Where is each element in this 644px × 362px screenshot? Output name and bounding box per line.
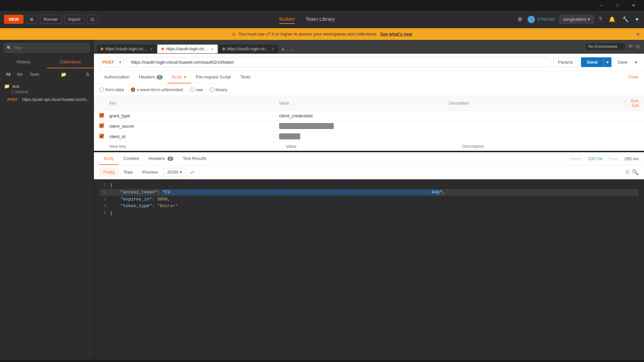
search-input[interactable] [4, 43, 90, 53]
params-button[interactable]: Params [553, 57, 578, 67]
send-save-group: Send ▾ [581, 57, 612, 67]
method-badge: POST [7, 98, 19, 102]
sidebar-filter: All Me Team 📁 ⇅ [0, 69, 94, 80]
builder-tab[interactable]: Builder [279, 15, 295, 24]
settings-icon[interactable]: ⚙ [516, 15, 524, 24]
tab-dot-0 [101, 48, 103, 50]
response-tab-test-results[interactable]: Test Results [178, 153, 211, 165]
layout-icon[interactable]: ⊞ [26, 15, 37, 24]
save-dropdown-button[interactable]: ▾ [634, 57, 639, 67]
collection-sub: 1 request [11, 89, 90, 94]
more-tabs-button[interactable]: ··· [287, 47, 296, 53]
add-tab-button[interactable]: + [279, 46, 287, 53]
row-2-checkbox[interactable] [99, 134, 104, 138]
environment-select[interactable]: No Environment [585, 43, 626, 51]
eye-icon[interactable]: 👁 [628, 44, 633, 50]
tab-authorization[interactable]: Authorization [99, 71, 134, 83]
save-button[interactable]: Save [614, 57, 631, 67]
close-button[interactable]: ✕ [626, 0, 641, 11]
collection-header[interactable]: 📁 test [4, 83, 90, 89]
tab-pre-request[interactable]: Pre-request Script [191, 71, 236, 83]
code-link[interactable]: Code [628, 71, 639, 83]
toolbar-right: ⚙ SYNCING sanghatibm ▾ ? 🔔 🔧 ♥ [516, 15, 640, 24]
binary-option[interactable]: binary [210, 87, 227, 92]
heart-icon[interactable]: ♥ [634, 15, 640, 24]
add-collection-button[interactable]: 📁 [61, 72, 66, 77]
method-dropdown-button[interactable]: ▾ [117, 57, 123, 67]
tab-body[interactable]: Body ● [167, 71, 191, 83]
request-tab-0[interactable]: https://oauth-login.clc... ✕ [97, 45, 157, 53]
send-button[interactable]: Send [581, 57, 604, 67]
urlencoded-option[interactable]: x-www-form-urlencoded [131, 87, 183, 92]
tab-headers[interactable]: Headers3 [134, 71, 167, 83]
time-value: 295 ms [624, 156, 639, 161]
code-line-1: 1 { [99, 182, 639, 189]
headers-badge: 3 [157, 75, 163, 79]
url-input[interactable] [126, 57, 550, 67]
tab-dot-1 [161, 48, 164, 50]
new-desc-input[interactable] [462, 144, 519, 149]
new-button[interactable]: NEW [4, 15, 23, 24]
row-1-value [279, 123, 449, 129]
filter-team-button[interactable]: Team [28, 71, 41, 77]
send-dropdown-button[interactable]: ▾ [603, 57, 611, 67]
banner-link[interactable]: See what's new [380, 32, 412, 37]
fmt-tab-raw[interactable]: Raw [120, 168, 137, 176]
banner-close-button[interactable]: ✕ [636, 31, 640, 37]
import-button[interactable]: Import [64, 15, 84, 24]
table-row: client_secret [94, 121, 644, 131]
filter-me-button[interactable]: Me [15, 71, 25, 77]
sync-label: SYNCING [537, 17, 555, 22]
bulk-edit-button[interactable]: Bulk Edit [631, 99, 639, 108]
raw-option[interactable]: raw [190, 87, 203, 92]
wrap-icon[interactable]: ⇌ [190, 169, 194, 175]
new-key-input[interactable] [109, 144, 166, 149]
team-library-tab[interactable]: Team Library [306, 15, 335, 24]
format-dropdown-icon: ▾ [180, 170, 182, 175]
sidebar: 🔍 History Collections All Me Team 📁 ⇅ 📁 … [0, 40, 94, 360]
tab-close-2[interactable]: ✕ [272, 47, 274, 51]
more-actions-icon[interactable]: ··· [624, 99, 627, 103]
fmt-tab-preview[interactable]: Preview [138, 168, 162, 176]
window-controls: ─ □ ✕ [594, 0, 641, 11]
form-data-option[interactable]: form-data [99, 87, 124, 92]
new-value-input[interactable] [286, 144, 342, 149]
tab-close-0[interactable]: ✕ [150, 47, 153, 51]
list-item[interactable]: POST https://push-api.cloud.huawei.com/v… [0, 96, 94, 104]
response-tab-cookies[interactable]: Cookies [119, 153, 144, 165]
request-url: https://push-api.cloud.huawei.com/v... [22, 97, 89, 102]
notification-icon[interactable]: 🔔 [607, 15, 617, 24]
copy-response-button[interactable]: ⎘ [626, 169, 629, 175]
new-window-button[interactable]: ⊡ [87, 15, 98, 24]
fmt-tab-pretty[interactable]: Pretty [99, 168, 119, 176]
help-icon[interactable]: ? [598, 15, 603, 24]
tabs-bar: https://oauth-login.clc... ✕ https://oau… [94, 40, 581, 53]
tab-tests[interactable]: Tests [235, 71, 255, 83]
tab-dot-2 [222, 48, 225, 50]
settings-env-icon[interactable]: ⚙ [635, 44, 640, 50]
row-1-checkbox[interactable] [99, 123, 104, 128]
request-tab-2[interactable]: https://oauth-login.clc... ✕ [218, 45, 278, 53]
sync-dot [528, 16, 535, 23]
request-tab-1[interactable]: https://oauth-login.clc... ✕ [157, 45, 217, 53]
tabs-env-row: https://oauth-login.clc... ✕ https://oau… [94, 40, 644, 54]
sidebar-tab-history[interactable]: History [0, 56, 47, 68]
format-select[interactable]: JSON ▾ [163, 168, 186, 176]
minimize-button[interactable]: ─ [594, 0, 609, 11]
row-2-key: client_id [109, 134, 279, 139]
search-response-button[interactable]: 🔍 [632, 169, 639, 175]
code-line-4: 4 "token_type": "Bearer" [99, 203, 639, 210]
user-menu-button[interactable]: sanghatibm ▾ [559, 15, 594, 23]
runner-button[interactable]: Runner [40, 15, 62, 24]
maximize-button[interactable]: □ [610, 0, 625, 11]
body-type-row: form-data x-www-form-urlencoded raw bina… [94, 84, 644, 96]
row-0-checkbox[interactable] [99, 113, 104, 118]
response-tab-headers[interactable]: Headers 9 [144, 153, 178, 165]
sort-button[interactable]: ⇅ [86, 72, 90, 77]
sidebar-tab-collections[interactable]: Collections [47, 56, 94, 68]
filter-all-button[interactable]: All [4, 71, 12, 77]
wrench-icon[interactable]: 🔧 [621, 15, 630, 24]
response-tab-body[interactable]: Body [99, 153, 119, 165]
code-line-3: 3 "expires_in": 3600, [99, 196, 639, 203]
tab-close-1[interactable]: ✕ [211, 47, 214, 51]
